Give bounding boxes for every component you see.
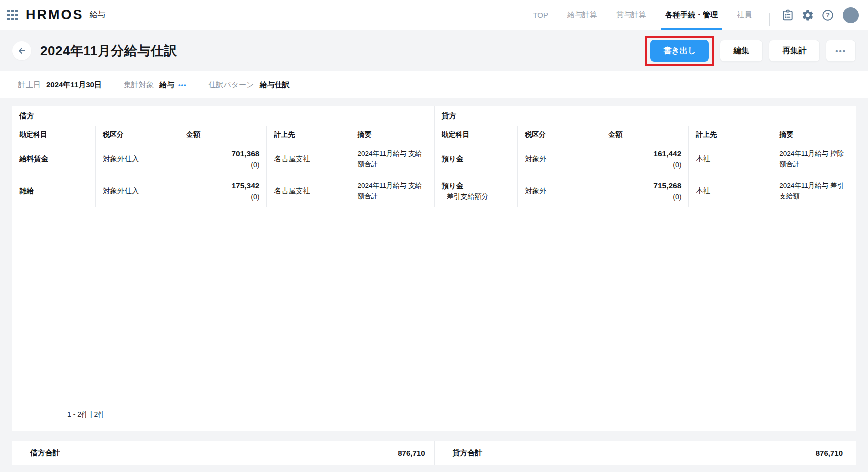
more-actions-button[interactable]: ••• <box>826 40 856 62</box>
debit-total-section: 借方合計 876,710 <box>12 441 434 465</box>
pagination-status: 1 - 2件 | 2件 <box>12 410 856 431</box>
table-cell-amount: 161,442 (0) <box>601 143 689 175</box>
primary-nav: TOP 給与計算 賞与計算 各種手続・管理 社員 <box>523 0 761 30</box>
top-navigation: HRMOS 給与 TOP 給与計算 賞与計算 各種手続・管理 社員 <box>0 0 868 30</box>
amount-value: 715,268 <box>653 180 681 191</box>
aggregation-target-label: 集計対象 <box>124 80 154 90</box>
page-root: HRMOS 給与 TOP 給与計算 賞与計算 各種手続・管理 社員 <box>0 0 868 472</box>
aggregation-target-group: 集計対象 給与 ••• <box>124 80 187 90</box>
arrow-left-icon <box>17 46 27 56</box>
table-cell-amount: 175,342 (0) <box>179 175 267 207</box>
table-cell-account: 雑給 <box>12 175 96 207</box>
debit-col-branch: 計上先 <box>267 126 350 143</box>
amount-value: 175,342 <box>231 180 259 191</box>
journal-table-card: 借方 勘定科目 税区分 金額 計上先 摘要 給料賃金 対象外仕入 701,368… <box>12 106 856 431</box>
app-launcher-grid-icon[interactable] <box>7 10 18 20</box>
journal-pattern-value: 給与仕訳 <box>260 80 290 90</box>
recalculate-button[interactable]: 再集計 <box>769 40 820 62</box>
debit-col-amount: 金額 <box>179 126 267 143</box>
table-cell-branch: 本社 <box>689 143 772 175</box>
credit-total-label: 貸方合計 <box>453 448 483 458</box>
account-name: 給料賃金 <box>19 154 48 164</box>
amount-sub-value: (0) <box>673 160 681 170</box>
journal-tables: 借方 勘定科目 税区分 金額 計上先 摘要 給料賃金 対象外仕入 701,368… <box>12 106 856 207</box>
account-name: 雑給 <box>19 186 34 196</box>
table-cell-memo: 2024年11月給与 控除額合計 <box>772 143 856 175</box>
target-more-dots[interactable]: ••• <box>178 81 187 89</box>
credit-total-section: 貸方合計 876,710 <box>434 441 856 465</box>
posting-date-label: 計上日 <box>18 80 41 90</box>
posting-date-value: 2024年11月30日 <box>46 80 102 90</box>
table-cell-tax: 対象外仕入 <box>96 143 179 175</box>
debit-table: 借方 勘定科目 税区分 金額 計上先 摘要 給料賃金 対象外仕入 701,368… <box>12 106 434 207</box>
table-cell-branch: 本社 <box>689 175 772 207</box>
table-cell-tax: 対象外 <box>518 143 601 175</box>
product-name: 給与 <box>90 10 106 20</box>
user-avatar[interactable] <box>843 7 859 23</box>
amount-sub-value: (0) <box>673 192 681 202</box>
account-name: 預り金 <box>442 154 464 164</box>
settings-gear-icon[interactable] <box>798 5 818 25</box>
tasks-clipboard-icon[interactable] <box>778 5 798 25</box>
back-button[interactable] <box>12 41 31 60</box>
table-cell-account: 給料賃金 <box>12 143 96 175</box>
credit-table: 貸方 勘定科目 税区分 金額 計上先 摘要 預り金 対象外 161,442 (0… <box>434 106 856 207</box>
amount-sub-value: (0) <box>251 160 259 170</box>
export-button[interactable]: 書き出し <box>650 40 709 62</box>
debit-group-header: 借方 <box>12 106 434 126</box>
hrmos-logo: HRMOS <box>26 7 84 23</box>
table-cell-account: 預り金 差引支給額分 <box>435 175 518 207</box>
credit-col-branch: 計上先 <box>689 126 772 143</box>
journal-pattern-group: 仕訳パターン 給与仕訳 <box>209 80 290 90</box>
amount-value: 701,368 <box>231 148 259 159</box>
debit-total-label: 借方合計 <box>30 448 60 458</box>
account-name: 預り金 <box>442 181 464 191</box>
debit-col-account: 勘定科目 <box>12 126 96 143</box>
table-cell-branch: 名古屋支社 <box>267 175 350 207</box>
table-cell-amount: 715,268 (0) <box>601 175 689 207</box>
aggregation-target-value: 給与 <box>159 80 174 90</box>
page-title: 2024年11月分給与仕訳 <box>40 42 177 60</box>
debit-total-value: 876,710 <box>398 449 425 457</box>
totals-bar: 借方合計 876,710 貸方合計 876,710 <box>12 441 856 465</box>
journal-pattern-label: 仕訳パターン <box>209 80 254 90</box>
debit-col-tax: 税区分 <box>96 126 179 143</box>
journal-meta-bar: 計上日 2024年11月30日 集計対象 給与 ••• 仕訳パターン 給与仕訳 <box>0 71 868 98</box>
credit-group-header: 貸方 <box>435 106 856 126</box>
nav-item-top[interactable]: TOP <box>523 0 558 30</box>
page-header: 2024年11月分給与仕訳 書き出し 編集 再集計 ••• <box>0 30 868 71</box>
account-sub: 差引支給額分 <box>442 191 489 201</box>
table-cell-amount: 701,368 (0) <box>179 143 267 175</box>
nav-item-payroll[interactable]: 給与計算 <box>558 0 607 30</box>
nav-item-employees[interactable]: 社員 <box>727 0 761 30</box>
credit-col-tax: 税区分 <box>518 126 601 143</box>
credit-col-memo: 摘要 <box>772 126 856 143</box>
credit-col-amount: 金額 <box>601 126 689 143</box>
nav-item-procedures[interactable]: 各種手続・管理 <box>656 0 727 30</box>
credit-col-account: 勘定科目 <box>435 126 518 143</box>
nav-item-bonus[interactable]: 賞与計算 <box>607 0 656 30</box>
header-actions: 書き出し 編集 再集計 ••• <box>650 40 856 62</box>
table-cell-memo: 2024年11月給与 支給額合計 <box>350 175 434 207</box>
table-cell-tax: 対象外 <box>518 175 601 207</box>
table-cell-memo: 2024年11月給与 支給額合計 <box>350 143 434 175</box>
posting-date-group: 計上日 2024年11月30日 <box>18 80 102 90</box>
nav-divider <box>769 13 770 26</box>
table-cell-account: 預り金 <box>435 143 518 175</box>
credit-total-value: 876,710 <box>816 449 843 457</box>
table-cell-memo: 2024年11月給与 差引支給額 <box>772 175 856 207</box>
amount-value: 161,442 <box>653 148 681 159</box>
table-cell-tax: 対象外仕入 <box>96 175 179 207</box>
svg-text:?: ? <box>826 12 830 19</box>
table-cell-branch: 名古屋支社 <box>267 143 350 175</box>
debit-col-memo: 摘要 <box>350 126 434 143</box>
amount-sub-value: (0) <box>251 192 259 202</box>
help-icon[interactable]: ? <box>818 5 838 25</box>
edit-button[interactable]: 編集 <box>720 40 763 62</box>
export-button-annotation-wrap: 書き出し <box>650 40 709 62</box>
